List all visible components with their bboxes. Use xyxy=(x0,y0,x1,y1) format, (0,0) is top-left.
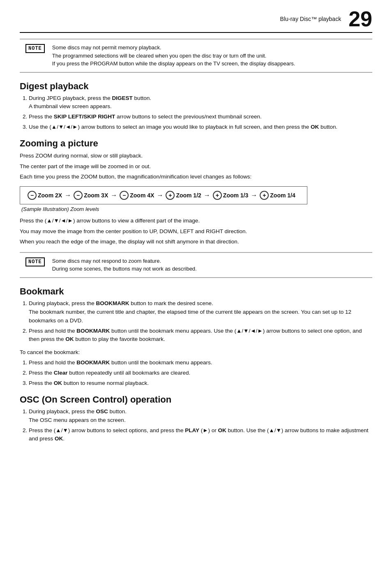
zooming-para2: The center part of the image will be zoo… xyxy=(20,162,372,171)
zooming-after1: Press the (▲/▼/◄/►) arrow buttons to vie… xyxy=(20,216,372,225)
note-label-1: NOTE xyxy=(25,44,45,53)
digest-step-3: Use the (▲/▼/◄/►) arrow buttons to selec… xyxy=(29,123,372,132)
zooming-after3: When you reach the edge of the image, th… xyxy=(20,237,372,246)
zoom-label-6: Zoom 1/4 xyxy=(270,192,295,199)
zoom-label-3: Zoom 4X xyxy=(130,192,154,199)
note-label-2: NOTE xyxy=(25,257,45,266)
zoom-arrow-2: → xyxy=(111,192,117,199)
zoom-icon-2 xyxy=(74,191,83,200)
bookmark-heading: Bookmark xyxy=(20,286,372,297)
zoom-icon-3 xyxy=(120,191,129,200)
zoom-item-6: Zoom 1/4 xyxy=(260,191,295,200)
page-title: Blu-ray Disc™ playback xyxy=(280,16,341,22)
page-header: Blu-ray Disc™ playback 29 xyxy=(20,8,372,33)
zoom-icon-1 xyxy=(28,191,37,200)
zoom-caption: (Sample Illustration) Zoom levels xyxy=(21,206,372,212)
digest-steps: During JPEG playback, press the DIGEST b… xyxy=(20,94,372,132)
osc-heading: OSC (On Screen Control) operation xyxy=(20,394,372,405)
zoom-item-4: Zoom 1/2 xyxy=(166,191,201,200)
note2-line2: During some scenes, the buttons may not … xyxy=(52,265,197,273)
zoom-label-5: Zoom 1/3 xyxy=(223,192,248,199)
note-box-1: NOTE Some discs may not permit memory pl… xyxy=(20,39,372,73)
note-text-2: Some discs may not respond to zoom featu… xyxy=(52,257,197,273)
note-text-1: Some discs may not permit memory playbac… xyxy=(52,44,295,68)
note-box-2: NOTE Some discs may not respond to zoom … xyxy=(20,252,372,278)
osc-step-2: Press the (▲/▼) arrow buttons to select … xyxy=(29,426,372,444)
note1-line1: Some discs may not permit memory playbac… xyxy=(52,44,295,52)
osc-steps: During playback, press the OSC button. T… xyxy=(20,408,372,444)
zoom-arrow-1: → xyxy=(65,192,71,199)
zoom-icon-5 xyxy=(213,191,222,200)
note2-line1: Some discs may not respond to zoom featu… xyxy=(52,257,197,265)
zoom-label-1: Zoom 2X xyxy=(38,192,62,199)
zoom-item-1: Zoom 2X xyxy=(28,191,62,200)
bookmark-cancel-step-1: Press and hold the BOOKMARK button until… xyxy=(29,359,372,367)
bookmark-step-1: During playback, press the BOOKMARK butt… xyxy=(29,299,372,325)
zooming-after2: You may move the image from the center p… xyxy=(20,227,372,236)
bookmark-cancel-steps: Press and hold the BOOKMARK button until… xyxy=(20,359,372,388)
zooming-para1: Press ZOOM during normal, slow or still … xyxy=(20,151,372,160)
note1-line2: The programmed selections will be cleare… xyxy=(52,52,295,60)
note1-line3: If you press the PROGRAM button while th… xyxy=(52,60,295,68)
osc-step-1-sub: The OSC menu appears on the screen. xyxy=(29,416,372,425)
bookmark-step-2: Press and hold the BOOKMARK button until… xyxy=(29,327,372,344)
digest-heading: Digest playback xyxy=(20,81,372,92)
digest-step-2: Press the SKIP LEFT/SKIP RIGHT arrow but… xyxy=(29,113,372,121)
bookmark-cancel-heading: To cancel the bookmark: xyxy=(20,348,372,357)
osc-step-1: During playback, press the OSC button. T… xyxy=(29,408,372,425)
zooming-para3: Each time you press the ZOOM button, the… xyxy=(20,172,372,181)
page-number: 29 xyxy=(348,8,372,30)
zoom-arrow-5: → xyxy=(251,192,257,199)
digest-step-1-sub: A thumbnail view screen appears. xyxy=(29,102,372,111)
zoom-icon-4 xyxy=(166,191,175,200)
zoom-item-5: Zoom 1/3 xyxy=(213,191,248,200)
bookmark-cancel-step-3: Press the OK button to resume normal pla… xyxy=(29,379,372,388)
zoom-arrow-4: → xyxy=(204,192,210,199)
zoom-label-4: Zoom 1/2 xyxy=(176,192,201,199)
bookmark-steps: During playback, press the BOOKMARK butt… xyxy=(20,299,372,344)
zooming-heading: Zooming a picture xyxy=(20,138,372,149)
zoom-icon-6 xyxy=(260,191,269,200)
zoom-label-2: Zoom 3X xyxy=(84,192,108,199)
zoom-item-2: Zoom 3X xyxy=(74,191,108,200)
page: Blu-ray Disc™ playback 29 NOTE Some disc… xyxy=(0,0,392,572)
digest-step-1: During JPEG playback, press the DIGEST b… xyxy=(29,94,372,111)
bookmark-step-1-sub: The bookmark number, the current title a… xyxy=(29,308,372,325)
zoom-arrow-3: → xyxy=(157,192,163,199)
zoom-diagram: Zoom 2X → Zoom 3X → Zoom 4X → Zoom 1/2 →… xyxy=(20,186,307,204)
bookmark-cancel-step-2: Press the Clear button repeatedly until … xyxy=(29,369,372,377)
zoom-item-3: Zoom 4X xyxy=(120,191,154,200)
